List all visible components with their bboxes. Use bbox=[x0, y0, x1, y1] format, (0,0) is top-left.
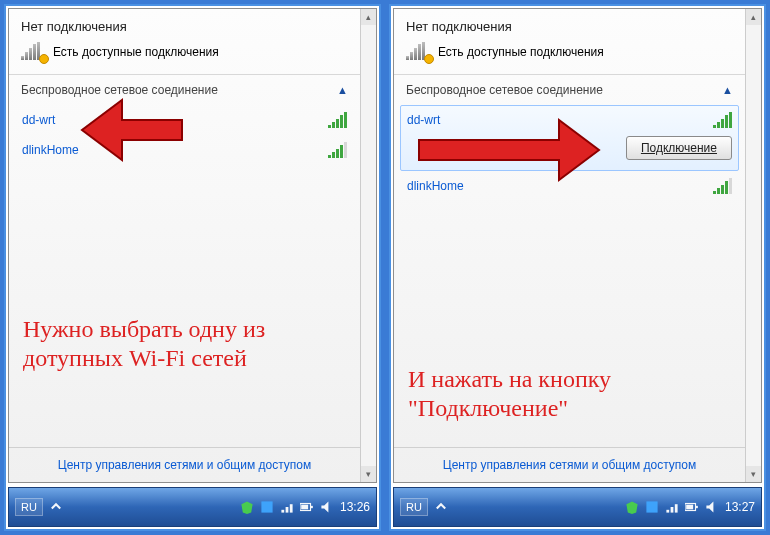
connections-available-text: Есть доступные подключения bbox=[438, 45, 604, 59]
svg-rect-12 bbox=[695, 506, 697, 508]
popup-title: Нет подключения bbox=[394, 9, 745, 38]
connect-button[interactable]: Подключение bbox=[626, 136, 732, 160]
svg-rect-0 bbox=[261, 501, 272, 512]
network-item-dlinkhome[interactable]: dlinkHome bbox=[15, 135, 354, 165]
svg-rect-2 bbox=[286, 507, 289, 513]
svg-rect-8 bbox=[666, 510, 669, 513]
svg-rect-10 bbox=[675, 504, 678, 512]
scroll-down-icon[interactable]: ▾ bbox=[746, 466, 761, 482]
wireless-section-header[interactable]: Беспроводное сетевое соединение ▲ bbox=[394, 75, 745, 105]
tray-network-icon[interactable] bbox=[280, 500, 294, 514]
svg-rect-13 bbox=[686, 505, 693, 510]
svg-rect-9 bbox=[671, 507, 674, 513]
right-pane: Нет подключения Есть доступные подключен… bbox=[389, 4, 766, 531]
annotation-text: Нужно выбрать одну из дотупных Wi-Fi сет… bbox=[23, 315, 343, 373]
left-pane: Нет подключения Есть доступные подключен… bbox=[4, 4, 381, 531]
language-indicator[interactable]: RU bbox=[15, 498, 43, 516]
signal-icon bbox=[328, 112, 347, 128]
network-item-dlinkhome[interactable]: dlinkHome bbox=[400, 171, 739, 201]
signal-warn-icon bbox=[406, 42, 430, 62]
language-indicator[interactable]: RU bbox=[400, 498, 428, 516]
tray-battery-icon[interactable] bbox=[300, 500, 314, 514]
svg-rect-3 bbox=[290, 504, 293, 512]
network-popup: Нет подключения Есть доступные подключен… bbox=[393, 8, 762, 483]
svg-rect-1 bbox=[281, 510, 284, 513]
svg-rect-7 bbox=[646, 501, 657, 512]
tray-app-icon[interactable] bbox=[645, 500, 659, 514]
tray-chevron-icon[interactable] bbox=[49, 500, 63, 514]
scrollbar[interactable]: ▴ ▾ bbox=[745, 9, 761, 482]
connections-available-row: Есть доступные подключения bbox=[394, 38, 745, 75]
tray-chevron-icon[interactable] bbox=[434, 500, 448, 514]
network-item-ddwrt[interactable]: dd-wrt Подключение bbox=[400, 105, 739, 171]
annotation-text: И нажать на кнопку "Подключение" bbox=[408, 365, 728, 423]
tray-shield-icon[interactable] bbox=[625, 500, 639, 514]
tray-shield-icon[interactable] bbox=[240, 500, 254, 514]
scroll-down-icon[interactable]: ▾ bbox=[361, 466, 376, 482]
connections-available-row: Есть доступные подключения bbox=[9, 38, 360, 75]
popup-title: Нет подключения bbox=[9, 9, 360, 38]
network-item-ddwrt[interactable]: dd-wrt bbox=[15, 105, 354, 135]
tray-volume-icon[interactable] bbox=[320, 500, 334, 514]
network-center-link[interactable]: Центр управления сетями и общим доступом bbox=[394, 447, 745, 482]
signal-warn-icon bbox=[21, 42, 45, 62]
taskbar-clock[interactable]: 13:26 bbox=[340, 500, 370, 514]
connections-available-text: Есть доступные подключения bbox=[53, 45, 219, 59]
scroll-up-icon[interactable]: ▴ bbox=[361, 9, 376, 25]
scrollbar[interactable]: ▴ ▾ bbox=[360, 9, 376, 482]
chevron-up-icon: ▲ bbox=[722, 84, 733, 96]
tray-network-icon[interactable] bbox=[665, 500, 679, 514]
network-popup: Нет подключения Есть доступные подключен… bbox=[8, 8, 377, 483]
wireless-section-header[interactable]: Беспроводное сетевое соединение ▲ bbox=[9, 75, 360, 105]
tray-volume-icon[interactable] bbox=[705, 500, 719, 514]
tray-battery-icon[interactable] bbox=[685, 500, 699, 514]
network-list: dd-wrt dlinkHome Нужно выбрать одну из д… bbox=[9, 105, 360, 447]
scroll-up-icon[interactable]: ▴ bbox=[746, 9, 761, 25]
svg-rect-5 bbox=[310, 506, 312, 508]
signal-icon bbox=[713, 178, 732, 194]
network-center-link[interactable]: Центр управления сетями и общим доступом bbox=[9, 447, 360, 482]
svg-rect-6 bbox=[301, 505, 308, 510]
signal-icon bbox=[328, 142, 347, 158]
chevron-up-icon: ▲ bbox=[337, 84, 348, 96]
taskbar[interactable]: RU 13:26 bbox=[8, 487, 377, 527]
taskbar-clock[interactable]: 13:27 bbox=[725, 500, 755, 514]
tray-app-icon[interactable] bbox=[260, 500, 274, 514]
network-list: dd-wrt Подключение dlinkHome И нажать на… bbox=[394, 105, 745, 447]
signal-icon bbox=[713, 112, 732, 128]
taskbar[interactable]: RU 13:27 bbox=[393, 487, 762, 527]
